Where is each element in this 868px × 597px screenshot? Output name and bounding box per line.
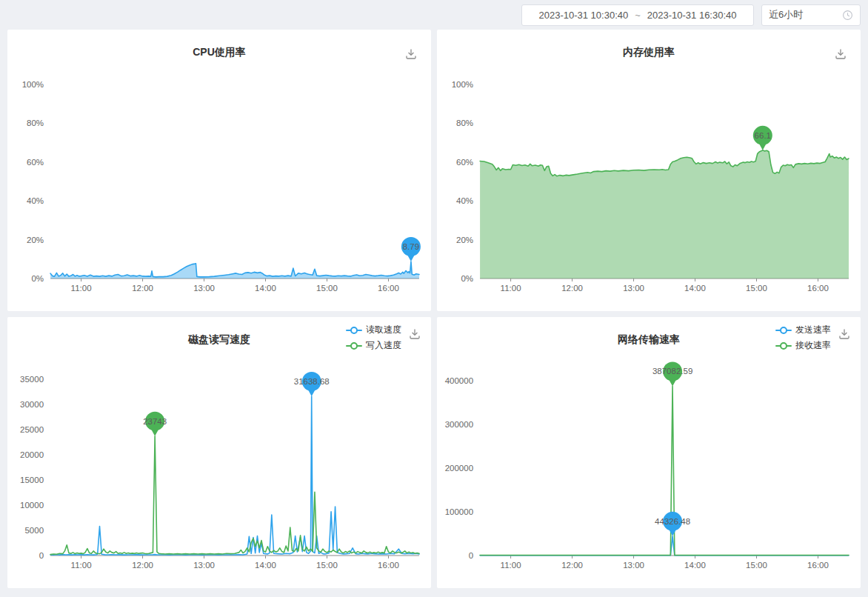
download-icon[interactable] <box>834 47 847 61</box>
y-axis-label: 20% <box>27 236 44 244</box>
x-axis-label: 14:00 <box>684 284 706 293</box>
y-axis-label: 100000 <box>445 507 473 516</box>
y-axis-label: 100% <box>452 80 473 89</box>
legend-label: 读取速度 <box>366 324 401 336</box>
max-point-marker: 23743 <box>143 412 167 436</box>
x-axis-label: 13:00 <box>193 561 215 570</box>
x-axis-label: 14:00 <box>255 561 276 570</box>
legend-line-circle-icon <box>346 342 362 350</box>
download-icon[interactable] <box>408 327 421 341</box>
y-axis-label: 0 <box>469 551 473 560</box>
max-point-marker: 66.1 <box>753 126 772 150</box>
y-axis-label: 40% <box>456 196 473 205</box>
y-axis-label: 40% <box>27 196 44 205</box>
y-axis-label: 25000 <box>20 425 44 434</box>
marker-value-label: 66.1 <box>755 131 771 140</box>
legend-item[interactable]: 发送速率 <box>775 324 831 336</box>
network-rate-card: 网络传输速率 发送速率接收速率 010000020000030000040000… <box>437 317 861 588</box>
y-axis-label: 20000 <box>20 450 44 459</box>
y-axis-label: 0 <box>39 551 44 560</box>
x-axis-label: 16:00 <box>378 284 399 293</box>
download-icon[interactable] <box>404 47 418 61</box>
download-icon[interactable] <box>838 327 851 341</box>
x-axis-label: 16:00 <box>378 561 399 570</box>
y-axis-label: 100% <box>22 80 44 89</box>
card-header: 内存使用率 <box>437 30 861 65</box>
marker-value-label: 44326.48 <box>655 517 690 526</box>
max-point-marker: 44326.48 <box>655 512 690 536</box>
y-axis-label: 30000 <box>20 400 44 409</box>
cpu-usage-card: CPU使用率 0%20%40%60%80%100%11:0012:0013:00… <box>7 30 431 311</box>
max-point-marker: 387082.59 <box>652 361 692 386</box>
range-separator: ~ <box>635 10 641 21</box>
marker-value-label: 387082.59 <box>652 367 692 376</box>
x-axis-label: 11:00 <box>71 284 92 293</box>
cpu-usage-chart: 0%20%40%60%80%100%11:0012:0013:0014:0015… <box>7 65 431 311</box>
x-axis-label: 13:00 <box>623 561 644 570</box>
disk-io-chart: 0500010000150002000025000300003500011:00… <box>7 353 431 588</box>
legend-label: 发送速率 <box>795 324 831 336</box>
disk-io-card: 磁盘读写速度 读取速度写入速度 050001000015000200002500… <box>7 317 431 588</box>
marker-value-label: 8.79 <box>403 242 419 251</box>
y-axis-label: 60% <box>27 158 44 167</box>
card-header: 磁盘读写速度 读取速度写入速度 <box>7 317 431 353</box>
range-end: 2023-10-31 16:30:40 <box>647 10 737 21</box>
toolbar: 2023-10-31 10:30:40 ~ 2023-10-31 16:30:4… <box>0 0 868 30</box>
range-start: 2023-10-31 10:30:40 <box>538 10 628 21</box>
y-axis-label: 80% <box>456 119 473 127</box>
clock-icon <box>842 10 853 21</box>
x-axis-label: 12:00 <box>561 284 583 293</box>
memory-usage-chart: 0%20%40%60%80%100%11:0012:0013:0014:0015… <box>437 65 861 311</box>
legend-line-circle-icon <box>775 327 792 334</box>
x-axis-label: 16:00 <box>807 561 829 570</box>
series-line <box>50 436 419 555</box>
y-axis-label: 10000 <box>20 501 44 510</box>
x-axis-label: 11:00 <box>71 561 92 570</box>
card-header: CPU使用率 <box>7 30 431 65</box>
quick-range-select[interactable]: 近6小时 <box>761 4 861 26</box>
x-axis-label: 11:00 <box>501 284 521 293</box>
x-axis-label: 13:00 <box>193 284 215 293</box>
x-axis-label: 14:00 <box>255 284 276 293</box>
y-axis-label: 0% <box>31 274 44 283</box>
y-axis-label: 20% <box>456 236 473 244</box>
legend-label: 写入速度 <box>366 339 401 352</box>
chart-legend: 读取速度写入速度 <box>346 324 401 352</box>
memory-usage-card: 内存使用率 0%20%40%60%80%100%11:0012:0013:001… <box>437 30 861 311</box>
datetime-range-picker[interactable]: 2023-10-31 10:30:40 ~ 2023-10-31 16:30:4… <box>521 4 754 26</box>
network-rate-chart: 010000020000030000040000011:0012:0013:00… <box>437 353 861 588</box>
x-axis-label: 12:00 <box>561 561 583 570</box>
x-axis-label: 15:00 <box>746 284 767 293</box>
x-axis-label: 14:00 <box>684 561 706 570</box>
x-axis-label: 16:00 <box>807 284 829 293</box>
card-header: 网络传输速率 发送速率接收速率 <box>437 317 861 353</box>
chart-legend: 发送速率接收速率 <box>775 324 831 352</box>
y-axis-label: 60% <box>456 158 473 167</box>
x-axis-label: 15:00 <box>316 561 338 570</box>
series-line <box>480 386 849 555</box>
y-axis-label: 300000 <box>445 420 473 429</box>
legend-item[interactable]: 读取速度 <box>346 324 401 336</box>
legend-item[interactable]: 接收速率 <box>775 339 831 352</box>
chart-title: 内存使用率 <box>437 46 861 59</box>
x-axis-label: 12:00 <box>132 284 153 293</box>
series-line <box>50 396 419 555</box>
y-axis-label: 80% <box>27 119 44 127</box>
y-axis-label: 5000 <box>24 526 44 535</box>
legend-line-circle-icon <box>346 327 362 334</box>
dashboard-grid: CPU使用率 0%20%40%60%80%100%11:0012:0013:00… <box>0 30 868 596</box>
max-point-marker: 31638.68 <box>294 372 330 396</box>
legend-item[interactable]: 写入速度 <box>346 339 401 352</box>
y-axis-label: 200000 <box>445 464 473 473</box>
series-line <box>480 536 849 556</box>
max-point-marker: 8.79 <box>401 237 421 261</box>
legend-line-circle-icon <box>775 342 792 350</box>
y-axis-label: 400000 <box>445 376 473 385</box>
x-axis-label: 15:00 <box>316 284 338 293</box>
marker-value-label: 23743 <box>143 417 167 426</box>
y-axis-label: 15000 <box>20 476 44 484</box>
x-axis-label: 12:00 <box>132 561 153 570</box>
chart-title: CPU使用率 <box>7 46 431 59</box>
x-axis-label: 15:00 <box>746 561 767 570</box>
marker-value-label: 31638.68 <box>294 377 330 386</box>
